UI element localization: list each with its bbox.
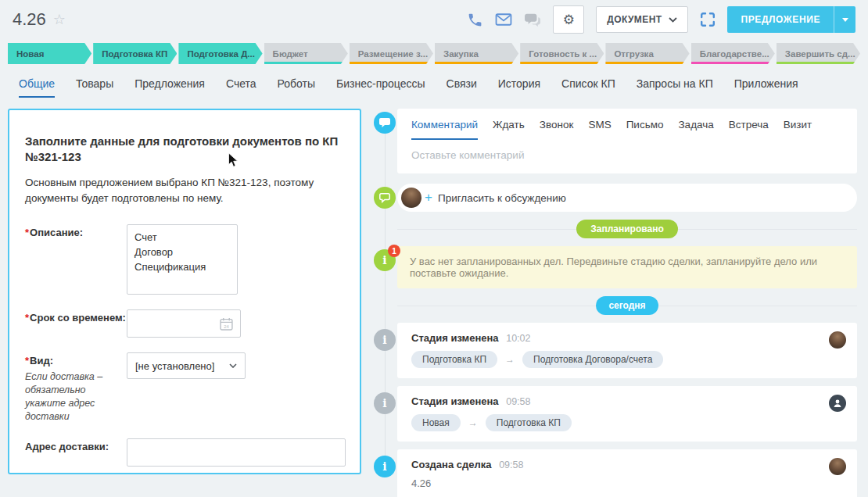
main-tab[interactable]: Товары [76,77,113,98]
favorite-star-icon[interactable]: ☆ [53,13,66,27]
main-tab[interactable]: История [498,77,540,98]
proposal-dropdown-caret[interactable] [834,6,855,33]
expand-icon[interactable] [700,12,716,27]
field-row-kind: *Вид: Если доставка – обязательно укажит… [25,352,346,423]
document-button[interactable]: ДОКУМЕНТ [596,6,688,33]
avatar [401,188,421,208]
address-input[interactable] [127,438,346,467]
entry-title: Стадия изменена [411,395,499,407]
pipeline-stage[interactable]: Закупка [435,43,518,64]
calendar-icon: 24 [220,317,233,331]
field-label: Вид: [30,355,53,366]
pipeline-stage[interactable]: Подготовка КП [93,43,177,64]
main-tab[interactable]: Предложения [135,77,205,98]
main-tab[interactable]: Общие [19,77,55,98]
field-label: Адрес доставки: [25,441,109,452]
main-tab[interactable]: Счета [226,77,256,98]
comment-input[interactable] [397,140,857,173]
main-tab[interactable]: Список КП [561,77,615,98]
pipeline-stage[interactable]: Благодарстве... [691,43,775,64]
required-marker: * [25,355,29,366]
stage-label: Завершить сд... [785,49,855,59]
timeline-tab[interactable]: Ждать [493,119,525,140]
field-row-address: Адрес доставки: [25,438,346,467]
plus-icon: + [425,190,432,206]
stage-pill-from: Новая [411,414,461,431]
stage-label: Подготовка Д... [187,49,255,59]
description-listbox[interactable]: СчетДоговорСпецификация [127,224,238,295]
proposal-button-label: ПРЕДЛОЖЕНИЕ [727,6,834,33]
pipeline-stage[interactable]: Отгрузка [605,43,689,64]
listbox-option[interactable]: Счет [135,231,230,245]
stage-label: Размещение з... [358,49,428,59]
timeline-entry: Стадия изменена 09:58 Новая → Подготовка… [397,386,857,442]
form-title: Заполните данные для подготовки документ… [25,134,346,164]
timeline-panel: Комментарий Ждать Звонок SMS Письмо Зада… [397,109,857,497]
deal-title: 4.26 [13,9,46,30]
chevron-down-icon [229,363,237,368]
gear-icon[interactable]: ⚙ [553,5,584,34]
phone-icon[interactable] [467,12,483,28]
stage-label: Закупка [443,49,479,59]
pipeline-stage[interactable]: Готовность к ... [520,43,604,64]
stage-label: Благодарстве... [700,49,769,59]
pipeline-stage[interactable]: Новая [8,43,91,64]
main-tab[interactable]: Роботы [278,77,315,98]
entry-time: 10:02 [506,333,530,344]
stage-label: Готовность к ... [529,49,597,59]
stage-label: Подготовка КП [102,49,167,59]
today-badge: сегодня [596,296,658,315]
svg-text:24: 24 [224,324,229,328]
required-marker: * [25,312,29,324]
today-badge-row: сегодня [397,295,857,316]
proposal-button[interactable]: ПРЕДЛОЖЕНИЕ [727,6,855,33]
main-tab[interactable]: Приложения [734,77,798,98]
invite-to-discussion[interactable]: + Пригласить к обсуждению [397,184,857,212]
timeline-tab[interactable]: Письмо [626,119,664,140]
chat-icon[interactable] [524,13,541,27]
main-tab[interactable]: Запросы на КП [637,77,713,98]
stage-pill-to: Подготовка КП [486,414,572,431]
stage-pill-from: Подготовка КП [411,351,497,368]
timeline-tab[interactable]: Встреча [729,119,769,140]
stage-label: Бюджет [273,49,308,59]
main-tab[interactable]: Бизнес-процессы [336,77,425,98]
chevron-down-icon [669,17,677,23]
arrow-right-icon: → [505,354,515,365]
avatar [829,331,846,349]
task-form-panel: Заполните данные для подготовки документ… [8,109,361,474]
info-icon: i 1 [374,249,396,271]
pipeline-stage[interactable]: Подготовка Д... [178,43,262,64]
kind-select[interactable]: [не установлено] [127,352,246,379]
main-tabs: Общие Товары Предложения Счета Роботы Би… [0,64,868,98]
timeline-tab[interactable]: Задача [678,119,713,140]
form-description: Основным предложением выбрано КП №321-12… [25,175,346,206]
required-marker: * [25,227,29,238]
stage-label: Отгрузка [614,49,653,59]
listbox-option[interactable]: Спецификация [135,260,230,275]
planned-badge-row: Запланировано [397,219,857,239]
entry-title: Создана сделка [411,459,492,470]
kind-select-value: [не установлено] [135,360,214,372]
discussion-bubble-icon [374,187,396,209]
timeline-tab[interactable]: Звонок [540,119,574,140]
field-label: Описание: [30,227,83,238]
pipeline-stage[interactable]: Бюджет [264,43,348,64]
invite-label: Пригласить к обсуждению [438,192,566,204]
pipeline-stage[interactable]: Завершить сд... [777,43,860,64]
listbox-option[interactable]: Договор [135,245,230,260]
timeline-entry: Стадия изменена 10:02 Подготовка КП → По… [397,323,857,378]
timeline-tab[interactable]: Визит [784,119,812,140]
mail-icon[interactable] [495,13,512,27]
entry-text: 4.26 [411,477,843,489]
caret-down-icon [842,18,848,25]
timeline-tab[interactable]: SMS [588,119,611,140]
deadline-date-input[interactable]: 24 [127,309,241,338]
main-tab[interactable]: Связи [447,77,477,98]
info-icon: i [374,392,396,414]
entry-time: 09:58 [499,459,523,470]
field-row-deadline: *Срок со временем: 24 [25,309,346,338]
planned-badge: Запланировано [576,220,678,238]
pipeline-stage[interactable]: Размещение з... [350,43,433,64]
timeline-tab[interactable]: Комментарий [411,119,478,140]
